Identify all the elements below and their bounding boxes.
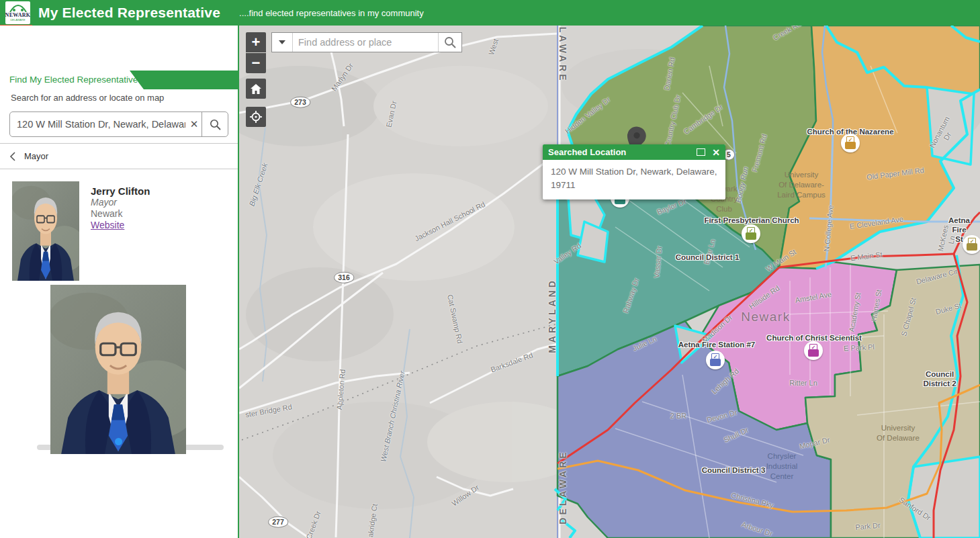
tab-find-my-elected-representative[interactable]: Find My Elected Representative [9,75,138,85]
map-search-bar [271,32,462,52]
home-icon [251,84,261,94]
map-search-button[interactable] [438,33,461,52]
sidebar-tabbar: Find My Elected Representative [0,71,238,89]
locate-button[interactable] [246,107,266,127]
representative-title: Mayor [91,197,150,208]
representative-photo-large [50,285,186,454]
logo-subtext: DELAWARE [10,18,25,21]
back-nav-label: Mayor [24,151,48,161]
logo-wordmark: NEWARK [5,12,30,18]
searched-location-popup: Searched Location ✕ 120 W Mill Station D… [543,144,725,199]
search-icon [444,36,456,48]
logo-arch-icon [9,4,27,12]
chevron-left-icon [9,151,16,162]
loading-dot [115,438,122,445]
newark-city-logo: NEWARK DELAWARE [5,1,30,24]
address-search-input[interactable] [10,119,187,130]
locate-icon [250,111,262,123]
representative-info: Jerry Clifton Mayor Newark Website [91,185,150,231]
app-tagline: ....find elected representatives in my c… [239,8,424,18]
zoom-out-button[interactable]: − [246,53,266,73]
popup-header: Searched Location ✕ [543,144,725,160]
search-source-dropdown[interactable] [272,33,293,52]
app-header: NEWARK DELAWARE My Elected Representativ… [0,0,980,26]
zoom-in-button[interactable]: + [246,32,266,52]
representative-city: Newark [91,208,150,220]
address-search-button[interactable] [202,112,228,136]
home-button[interactable] [246,79,266,99]
popup-title: Searched Location [548,147,697,157]
tabbar-green-fill [130,71,238,89]
sidebar-panel: Find My Elected Representative Search fo… [0,26,239,538]
close-icon[interactable]: ✕ [712,148,720,157]
map-search-input[interactable] [293,33,438,52]
representative-website-link[interactable]: Website [91,220,124,230]
app-title: My Elected Representative [38,5,220,21]
representative-name: Jerry Clifton [91,185,150,197]
address-search-label: Search for an address or locate on map [11,93,164,103]
map-canvas[interactable]: Marlyn DrWestEvan DrBig Elk CreekJackson… [239,26,980,538]
maximize-icon[interactable] [697,148,705,156]
map-basemap [239,26,980,538]
back-nav-mayor[interactable]: Mayor [0,143,238,169]
address-search-group: ✕ [9,111,228,137]
representative-thumbnail [12,181,79,281]
my-elected-representative-app: NEWARK DELAWARE My Elected Representativ… [0,0,980,538]
clear-search-icon[interactable]: ✕ [187,118,202,130]
popup-address: 120 W Mill Station Dr, Newark, Delaware,… [543,160,725,199]
search-icon [210,119,221,130]
chevron-down-icon [279,40,285,44]
